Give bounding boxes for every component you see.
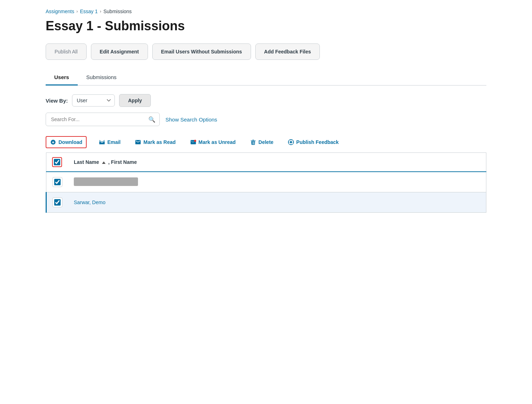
edit-assignment-button[interactable]: Edit Assignment [91, 43, 148, 60]
view-by-select[interactable]: User Section Group [72, 94, 115, 107]
table-row: Sarwar, Demo [46, 192, 486, 213]
show-search-options-link[interactable]: Show Search Options [165, 116, 217, 123]
row1-checkbox-wrapper[interactable] [52, 177, 62, 187]
name-suffix: , First Name [108, 159, 137, 165]
table-header-row: Last Name , First Name [46, 153, 486, 172]
breadcrumb-assignments[interactable]: Assignments [46, 9, 74, 14]
delete-button[interactable]: Delete [248, 138, 276, 147]
row2-checkbox[interactable] [54, 199, 61, 206]
header-checkbox-cell [46, 153, 68, 172]
row1-checkbox-cell [46, 172, 68, 192]
search-row: 🔍 Show Search Options [46, 113, 486, 126]
row1-checkbox[interactable] [54, 179, 61, 185]
page-title: Essay 1 - Submissions [46, 19, 486, 33]
publish-feedback-label: Publish Feedback [296, 139, 339, 145]
email-icon [99, 139, 105, 145]
svg-point-2 [290, 141, 292, 143]
mark-unread-label: Mark as Unread [199, 139, 236, 145]
publish-feedback-icon [288, 139, 294, 145]
sort-asc-icon [102, 161, 106, 164]
email-users-button[interactable]: Email Users Without Submissions [152, 43, 251, 60]
breadcrumb-sep-2: › [100, 9, 101, 14]
delete-label: Delete [259, 139, 273, 145]
submissions-table: Last Name , First Name [46, 152, 486, 213]
add-feedback-button[interactable]: Add Feedback Files [255, 43, 320, 60]
publish-feedback-button[interactable]: Publish Feedback [286, 138, 341, 147]
breadcrumb: Assignments › Essay 1 › Submissions [46, 9, 486, 14]
download-icon [50, 139, 56, 145]
mark-read-button[interactable]: Mark as Read [133, 138, 178, 147]
search-input[interactable] [46, 113, 160, 126]
delete-icon [250, 139, 256, 145]
breadcrumb-sep-1: › [76, 9, 78, 14]
mark-unread-button[interactable]: Mark as Unread [188, 138, 238, 147]
toolbar-row: Download Email Mark as Read Mark as Unre… [46, 136, 486, 148]
header-checkbox-wrapper[interactable] [52, 157, 62, 167]
select-all-checkbox[interactable] [54, 159, 60, 165]
search-input-wrapper: 🔍 [46, 113, 160, 126]
view-by-label: View By: [46, 98, 68, 104]
tabs-container: Users Submissions [46, 70, 486, 86]
breadcrumb-current: Submissions [103, 9, 132, 14]
tab-users[interactable]: Users [46, 70, 78, 86]
row2-checkbox-cell [46, 192, 68, 213]
sort-label: Last Name [74, 159, 99, 165]
student-link[interactable]: Sarwar, Demo [74, 200, 106, 205]
search-icon: 🔍 [148, 116, 155, 123]
breadcrumb-essay[interactable]: Essay 1 [80, 9, 98, 14]
table-row [46, 172, 486, 192]
action-buttons-row: Publish All Edit Assignment Email Users … [46, 43, 486, 60]
view-by-row: View By: User Section Group Apply [46, 94, 486, 107]
publish-all-button[interactable]: Publish All [46, 43, 87, 60]
name-column-header[interactable]: Last Name , First Name [68, 153, 486, 172]
download-button[interactable]: Download [46, 136, 87, 148]
email-label: Email [107, 139, 121, 145]
mark-read-icon [135, 139, 141, 145]
mark-unread-icon [190, 139, 196, 145]
row2-checkbox-wrapper[interactable] [52, 197, 62, 207]
row1-name-cell [68, 172, 486, 192]
tabs: Users Submissions [46, 70, 486, 85]
apply-button[interactable]: Apply [119, 94, 151, 107]
svg-point-0 [194, 140, 196, 142]
row2-name-cell: Sarwar, Demo [68, 192, 486, 213]
email-button[interactable]: Email [97, 138, 123, 147]
blurred-name [74, 177, 138, 186]
tab-submissions[interactable]: Submissions [78, 70, 125, 86]
download-label: Download [58, 139, 82, 145]
mark-read-label: Mark as Read [143, 139, 175, 145]
